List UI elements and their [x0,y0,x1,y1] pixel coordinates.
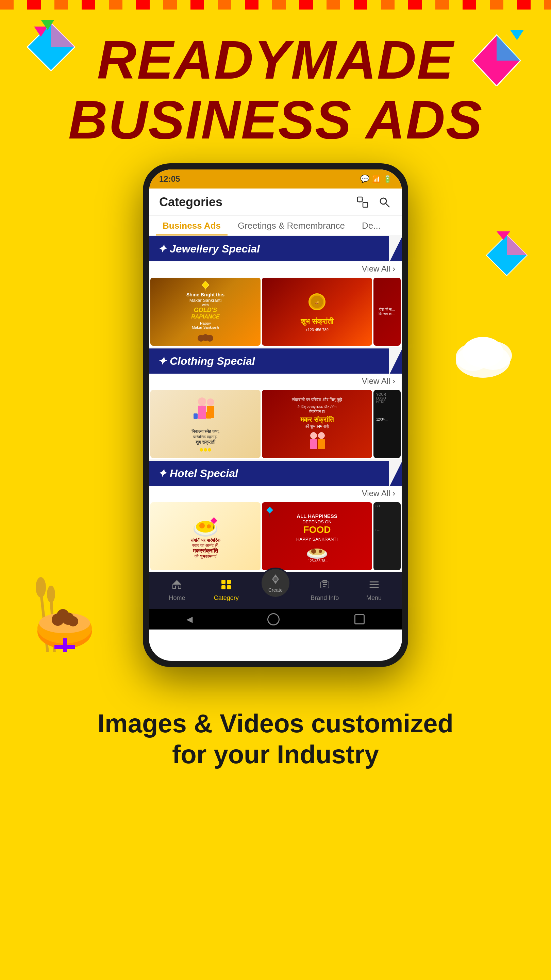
clothing-ad-1[interactable]: निकल्या स्नेह जपा, पारंपरिक वहसाह. शुग स… [150,390,260,458]
create-icon [269,573,282,587]
hotel-ad-2[interactable]: ALL HAPPINESS DEPENDS ON FOOD HAPPY SANK… [262,502,372,570]
topbar-icons [355,195,392,210]
app-topbar-title: Categories [159,195,222,209]
nav-brand-info[interactable]: Brand Info [300,579,349,601]
nav-home-label: Home [169,595,185,601]
hotel-view-all-row: View All › [149,486,402,501]
svg-point-26 [462,337,503,368]
clothing-view-all[interactable]: View All › [362,376,395,386]
header-title-line2: BUSINESS ADS [34,90,517,150]
svg-rect-50 [207,406,214,418]
svg-point-53 [208,448,211,452]
clothing-title: ✦ Clothing Special [157,355,255,368]
bottom-nav: Home Category [149,572,402,609]
tab-de[interactable]: De... [355,217,387,235]
svg-point-45 [198,398,206,406]
battery-icon: 🔋 [383,175,392,183]
footer-section: Images & Videos customized for your Indu… [0,687,551,797]
menu-icon [369,579,380,593]
tab-business-ads[interactable]: Business Ads [156,217,227,235]
decoration-cloud-right [449,327,517,389]
hotel-ad-3[interactable]: SO... F... [373,502,401,570]
svg-line-37 [205,289,205,290]
svg-point-70 [311,549,316,554]
svg-rect-76 [221,585,225,589]
header-section: READYMADE BUSINESS ADS [0,10,551,163]
clothing-ad-2[interactable]: संक्रांती पर परिवेश और मित् मुझे के लिए … [262,390,372,458]
section-jewellery: ✦ Jewellery Special View All › [149,236,402,347]
jewellery-title: ✦ Jewellery Special [157,242,260,255]
svg-point-79 [273,577,278,581]
status-bar: 12:05 💬 📶 🔋 [149,169,402,189]
svg-rect-75 [227,580,231,584]
svg-marker-36 [202,281,209,289]
top-border [0,0,551,10]
svg-marker-1 [51,23,75,47]
svg-text:🪔: 🪔 [315,300,319,305]
jewellery-view-all-row: View All › [149,261,402,276]
jewellery-ad-1[interactable]: Shine Bright this Makar Sankranti with G… [150,278,260,346]
hotel-title: ✦ Hotel Special [157,467,238,480]
svg-point-51 [200,448,203,452]
hotel-header: ✦ Hotel Special [149,461,402,486]
app-content: ✦ Jewellery Special View All › [149,236,402,630]
svg-rect-46 [198,406,206,419]
hotel-ad-1[interactable]: संगांती पर पारंपरिक स्वाद का आनंद लें. म… [150,502,260,570]
jewellery-ad-3[interactable]: देश की स... विरासत का... [373,278,401,346]
clothing-header: ✦ Clothing Special [149,348,402,374]
svg-line-66 [269,514,270,519]
jewellery-ad-2[interactable]: 🪔 शुभ संक्रांती +123 456 789 [262,278,372,346]
kite-decoration-right [462,30,530,98]
svg-rect-22 [54,645,75,649]
category-icon [221,579,232,593]
back-button[interactable]: ◀ [186,614,192,624]
clothing-ad-3[interactable]: YOUR LOGO HERE 12/34... [373,390,401,458]
svg-point-40 [206,335,213,342]
translate-icon[interactable] [355,195,370,210]
home-button[interactable] [267,613,279,625]
svg-point-20 [68,616,78,627]
footer-line1: Images & Videos customized [34,708,517,739]
nav-brand-info-label: Brand Info [311,595,339,601]
jewellery-header: ✦ Jewellery Special [149,236,402,261]
hotel-view-all[interactable]: View All › [362,488,395,498]
svg-point-13 [47,585,55,603]
svg-point-62 [207,524,211,528]
header-title-line1: READYMADE [34,30,517,90]
nav-category[interactable]: Category [202,579,251,601]
kite-decoration-right-mid [480,231,534,287]
svg-rect-48 [194,414,198,419]
status-icons: 💬 📶 🔋 [360,175,392,183]
tabs-row: Business Ads Greetings & Remembrance De.… [149,216,402,236]
whatsapp-icon: 💬 [360,175,369,183]
jewellery-view-all[interactable]: View All › [362,264,395,274]
svg-point-52 [204,448,207,452]
hotel-images-row: संगांती पर पारंपरिक स्वाद का आनंद लें. म… [149,501,402,572]
recents-button[interactable] [354,614,365,624]
nav-create[interactable]: Create [251,583,300,598]
svg-line-7 [493,86,497,98]
svg-point-71 [319,550,322,553]
svg-marker-65 [266,507,273,514]
create-button[interactable]: Create [260,568,291,598]
clothing-view-all-row: View All › [149,374,402,388]
svg-line-2 [48,71,51,81]
app-topbar: Categories [149,189,402,216]
nav-home[interactable]: Home [152,579,202,601]
svg-point-56 [318,432,325,439]
svg-point-61 [199,523,205,528]
search-icon[interactable] [377,195,392,210]
svg-marker-28 [507,235,527,255]
phone-screen: 12:05 💬 📶 🔋 Categories [149,169,402,661]
phone-nav-bar: ◀ [149,609,402,630]
tab-greetings[interactable]: Greetings & Remembrance [231,217,352,235]
phone-frame: 12:05 💬 📶 🔋 Categories [143,163,408,667]
wifi-icon: 📶 [372,175,381,183]
svg-marker-73 [173,581,181,585]
decoration-bowl-left [21,557,95,653]
footer-line2: for your Industry [34,739,517,770]
nav-menu[interactable]: Menu [349,579,399,601]
nav-category-label: Category [214,595,239,601]
svg-rect-57 [318,439,325,449]
svg-rect-30 [357,197,362,202]
